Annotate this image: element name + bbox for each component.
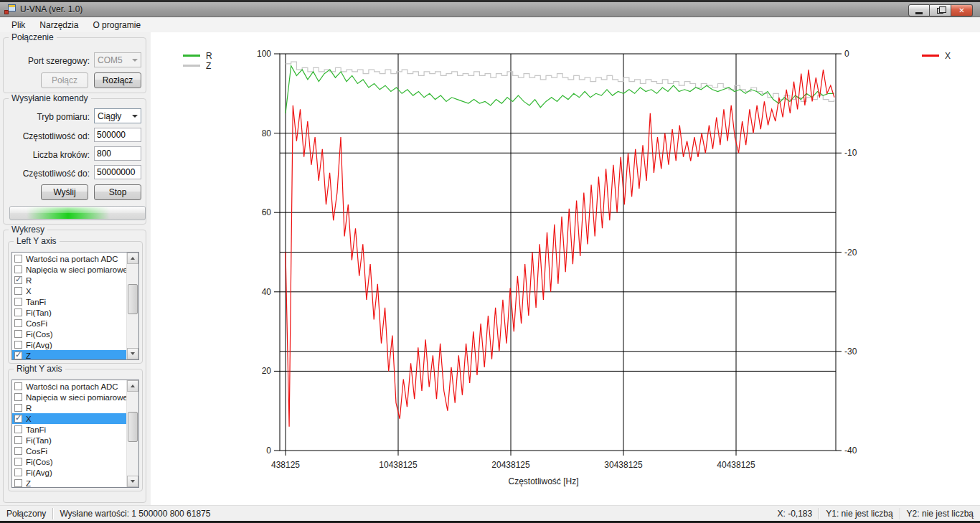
status-y1-readout: Y1: nie jest liczbą [819,509,899,519]
right-listbox-scrollbar[interactable] [126,380,138,487]
list-item[interactable]: Fi(Avg) [12,467,126,478]
x-axis-title: Częstotliwość [Hz] [508,476,578,486]
scroll-down-button[interactable] [127,348,138,359]
checkbox[interactable] [14,393,22,401]
triangle-down-icon [131,352,135,355]
scroll-down-button[interactable] [127,476,138,487]
checkbox[interactable] [14,330,22,338]
freq-to-label: Częstotliwość do: [23,169,90,179]
checkbox[interactable] [14,341,22,349]
app-window: U-VNA (ver. 1.0) ✕ Plik Narzędzia O prog… [0,0,980,523]
checkbox[interactable] [14,468,22,476]
checkbox[interactable] [14,276,22,284]
list-item[interactable]: R [12,275,126,286]
restore-icon [937,8,943,14]
list-item[interactable]: Napięcia w sieci pomiarowej [12,264,126,275]
status-connection-state: Połączony [0,509,52,519]
freq-to-input[interactable] [94,165,141,179]
menu-item-o-programie[interactable]: O programie [85,19,148,32]
legend-entry: R [183,51,212,60]
minimize-icon [915,12,923,14]
maximize-button[interactable] [930,4,951,17]
list-item[interactable]: Fi(Tan) [12,307,126,318]
list-item[interactable]: X [12,413,126,424]
list-item[interactable]: Fi(Cos) [12,329,126,339]
scroll-up-button[interactable] [127,380,138,392]
checkbox[interactable] [14,447,22,455]
stop-button[interactable]: Stop [94,184,141,200]
list-item[interactable]: Wartości na portach ADC [12,253,126,264]
scrollbar-thumb[interactable] [128,412,138,442]
list-item[interactable]: Fi(Cos) [12,456,126,467]
triangle-up-icon [131,257,135,260]
steps-input[interactable] [94,146,141,161]
measure-mode-value: Ciągły [98,111,121,121]
list-item-label: Fi(Tan) [26,436,52,445]
list-item[interactable]: Fi(Tan) [12,435,126,446]
axis-tick-label-right: -10 [844,148,857,158]
checkbox[interactable] [14,382,22,390]
checkbox[interactable] [14,404,22,412]
checkbox[interactable] [14,425,22,433]
command-group: Wysyłanie komendy Tryb pomiaru: Ciągły C… [3,98,146,225]
left-y-axis-listbox[interactable]: Wartości na portach ADCNapięcia w sieci … [11,252,139,360]
checkbox[interactable] [14,458,22,466]
checkbox[interactable] [14,255,22,263]
legend-label: X [945,51,951,61]
list-item[interactable]: TanFi [12,296,126,307]
checkbox[interactable] [14,352,22,359]
serial-port-combobox[interactable]: COM5 [94,52,141,67]
list-item[interactable]: TanFi [12,424,126,435]
menu-item-plik[interactable]: Plik [4,19,32,32]
checkbox[interactable] [14,319,22,327]
freq-from-input[interactable] [94,128,141,142]
series-r [286,66,834,113]
list-item-label: Fi(Tan) [26,308,52,317]
progress-bar [9,206,146,220]
checkbox[interactable] [14,415,22,423]
list-item[interactable]: X [12,286,126,296]
menu-item-narzedzia[interactable]: Narzędzia [32,19,85,32]
axis-tick-label-left: 100 [257,49,271,59]
checkbox[interactable] [14,479,22,487]
left-y-axis-label: Left Y axis [14,236,60,246]
list-item-label: Fi(Cos) [26,458,53,466]
axis-tick-label-right: -20 [844,248,857,258]
list-item[interactable]: Napięcia w sieci pomiarowej [12,392,126,402]
list-item-label: X [26,287,32,296]
axis-tick-label-x: 40438125 [717,460,755,470]
measure-mode-combobox[interactable]: Ciągły [94,108,141,123]
legend-swatch [183,65,200,67]
list-item-label: Z [26,479,31,488]
list-item[interactable]: Z [12,478,126,488]
list-item[interactable]: Wartości na portach ADC [12,381,126,392]
list-item[interactable]: CosFi [12,318,126,329]
checkbox[interactable] [14,265,22,273]
list-item[interactable]: CosFi [12,446,126,456]
series-z [286,62,834,101]
right-y-axis-listbox[interactable]: Wartości na portach ADCNapięcia w sieci … [11,380,139,488]
checkbox[interactable] [14,308,22,316]
close-button[interactable]: ✕ [951,4,973,17]
right-y-axis-group: Right Y axis Wartości na portach ADCNapi… [8,369,143,491]
legend-swatch [183,55,200,57]
legend-label: R [206,51,212,61]
axis-tick-label-right: -30 [844,347,857,357]
left-listbox-scrollbar[interactable] [126,253,138,359]
list-item[interactable]: Z [12,350,126,360]
title-bar: U-VNA (ver. 1.0) ✕ [0,2,980,17]
checkbox[interactable] [14,287,22,295]
disconnect-button[interactable]: Rozłącz [94,72,141,88]
checkbox[interactable] [14,436,22,444]
connect-button[interactable]: Połącz [41,72,88,88]
checkbox[interactable] [14,298,22,306]
minimize-button[interactable] [908,4,930,17]
scrollbar-thumb[interactable] [128,284,138,314]
list-item[interactable]: R [12,402,126,413]
axis-tick-label-right: 0 [844,49,849,59]
scroll-up-button[interactable] [127,253,138,264]
charts-group: Wykresy Left Y axis Wartości na portach … [3,230,146,503]
send-button[interactable]: Wyślij [41,184,88,200]
list-item[interactable]: Fi(Avg) [12,339,126,350]
left-y-axis-group: Left Y axis Wartości na portach ADCNapię… [8,241,143,364]
